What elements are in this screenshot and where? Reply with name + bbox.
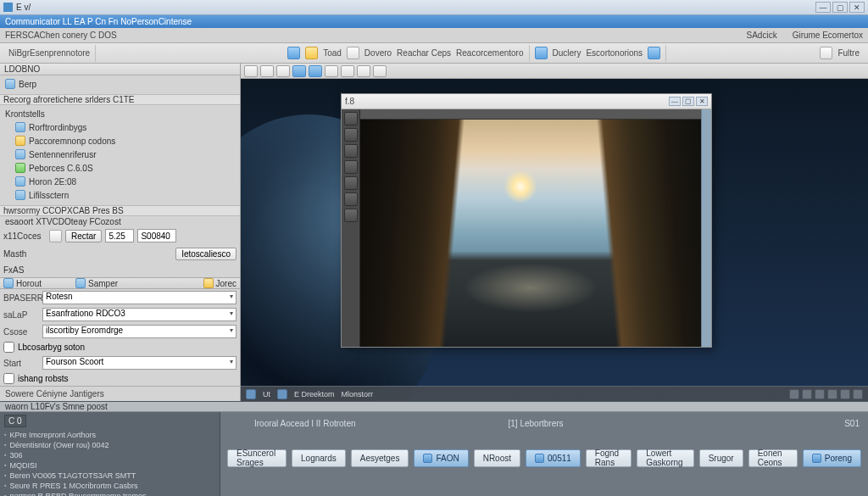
footer-tab[interactable]: ESuncerol Srages bbox=[227, 449, 287, 467]
toolbar-display-icon[interactable] bbox=[535, 47, 548, 59]
menubar: FERSCAChen conery C DOS SAdcick Girume E… bbox=[0, 28, 868, 43]
footer-tab[interactable]: Poreng bbox=[803, 449, 861, 467]
toolbar-folder-icon[interactable] bbox=[305, 47, 318, 59]
menu-item-1[interactable]: FERSCAChen conery C DOS bbox=[5, 31, 117, 40]
sidebar-tree-item[interactable]: Horon 2E:08 bbox=[29, 177, 76, 187]
rectar-value-input[interactable] bbox=[105, 229, 134, 242]
sidebar-group-research[interactable]: Recorg afroretichene srlders C1TE bbox=[0, 94, 240, 105]
sandris-select[interactable]: Esanfrationo RDCO3 bbox=[42, 308, 236, 321]
sobtid-input[interactable] bbox=[137, 229, 176, 242]
child-close-button[interactable]: ✕ bbox=[696, 97, 708, 106]
menu-item-2[interactable]: SAdcick bbox=[747, 31, 777, 40]
window-minimize-button[interactable]: — bbox=[815, 2, 831, 13]
image-viewer-titlebar[interactable]: f.8 — ▢ ✕ bbox=[342, 94, 711, 109]
left-sidebar: LDOBNO Berp Recorg afroretichene srlders… bbox=[0, 64, 241, 401]
sidebar-tree-item[interactable]: Rorftrordinbygs bbox=[29, 123, 86, 132]
cv-undo-icon[interactable] bbox=[292, 65, 306, 77]
footer-tab[interactable]: Fognd Rans bbox=[586, 449, 632, 467]
output-line: normen R.RSBD Reucermmome trames bbox=[4, 491, 215, 496]
toolbar-btn-dudery[interactable]: Duclery bbox=[553, 48, 581, 58]
info-text-c: S01 bbox=[844, 419, 860, 428]
cv-zoom-icon[interactable] bbox=[373, 65, 387, 77]
tray-icon[interactable] bbox=[802, 389, 812, 399]
child-maximize-button[interactable]: ▢ bbox=[682, 97, 694, 106]
cv-save-icon[interactable] bbox=[276, 65, 290, 77]
tray-icon[interactable] bbox=[840, 389, 850, 399]
footer-tab[interactable]: Aesyetges bbox=[351, 449, 409, 467]
status-layer-icon[interactable] bbox=[277, 389, 287, 399]
sidebar-footer-caption: Sowere Céniyne Jantigers bbox=[0, 386, 240, 401]
sidebar-tree-item[interactable]: Sentennenriferusr bbox=[29, 150, 97, 159]
che-checkbox[interactable] bbox=[3, 373, 14, 384]
tool-move-icon[interactable] bbox=[344, 112, 358, 125]
panel-tab-jorec[interactable]: Jorec bbox=[216, 279, 236, 288]
tray-icon[interactable] bbox=[827, 389, 837, 399]
tool-brush-icon[interactable] bbox=[344, 160, 358, 174]
toolbar-btn-dovero[interactable]: Dovero bbox=[364, 48, 392, 58]
tab-icon bbox=[812, 454, 821, 463]
sidebar-group-hwset[interactable]: hwrsormy CCOPXCAB Pres BS bbox=[0, 205, 240, 216]
sidebar-item-berp[interactable]: Berp bbox=[19, 80, 36, 89]
output-line: Beren VO005 T1AGTOTS3AR SMTT bbox=[4, 471, 215, 481]
footer-tab[interactable]: Lowert Gaskorng bbox=[637, 449, 693, 467]
rectar-button[interactable]: Rectar bbox=[65, 230, 102, 242]
footer-tab[interactable]: Srugor bbox=[699, 449, 743, 467]
grid-icon[interactable] bbox=[49, 230, 62, 242]
ilscor-select[interactable]: ilscortiby Eoromdrge bbox=[42, 325, 236, 338]
window-titlebar: E v/ — ▢ ✕ bbox=[0, 0, 868, 15]
sidebar-tree-item[interactable]: Lifilssctern bbox=[29, 191, 69, 200]
info-text-a: Irooral Aocead I II Rotroten bbox=[254, 419, 356, 428]
cv-open-icon[interactable] bbox=[260, 65, 274, 77]
footer-tab[interactable]: 00511 bbox=[526, 449, 581, 467]
toolbar-btn-reachar[interactable]: Reachar Ceps bbox=[397, 48, 451, 58]
sidebar-group-esaoot: esaoort XTVCDOteay FCozost bbox=[0, 216, 240, 226]
image-viewport[interactable] bbox=[360, 109, 701, 347]
sidebar-tree-item[interactable]: Peborces C.6.0S bbox=[29, 164, 93, 173]
tray-icon[interactable] bbox=[789, 389, 799, 399]
footer-tab-label: Poreng bbox=[825, 454, 852, 463]
panel-tab-samper[interactable]: Samper bbox=[88, 279, 118, 288]
image-viewer-window[interactable]: f.8 — ▢ ✕ bbox=[341, 93, 712, 348]
child-minimize-button[interactable]: — bbox=[669, 97, 681, 106]
toolbar-btn-reacorc[interactable]: Reacorcementoro bbox=[456, 48, 523, 58]
tool-crop-icon[interactable] bbox=[344, 144, 358, 158]
status-play-icon[interactable] bbox=[246, 389, 256, 399]
footer: waorn L10Fv's Smne poost C 0 KPre Imcrep… bbox=[0, 401, 868, 496]
photo-canvas bbox=[360, 120, 701, 347]
footer-tab[interactable]: Lognards bbox=[292, 449, 346, 467]
fourson-select[interactable]: Fourson Scoort bbox=[42, 356, 236, 370]
panel-tab-horout[interactable]: Horout bbox=[16, 279, 42, 288]
cv-copy-icon[interactable] bbox=[341, 65, 354, 77]
toolbar-generic-icon[interactable] bbox=[347, 47, 359, 59]
toolbar-btn-toad[interactable]: Toad bbox=[323, 48, 342, 58]
cv-paste-icon[interactable] bbox=[357, 65, 370, 77]
toolbar-tool-icon[interactable] bbox=[287, 47, 300, 59]
toolbar-btn-escortonos[interactable]: Escortonorions bbox=[586, 48, 643, 58]
sidebar-tree-item[interactable]: Paccoremnonp codons bbox=[29, 137, 115, 146]
cv-new-icon[interactable] bbox=[244, 65, 258, 77]
footer-tab[interactable]: FAON bbox=[414, 449, 468, 467]
ieto-button[interactable]: Ietoscaliesco bbox=[175, 248, 236, 260]
toolbar-monitor-icon[interactable] bbox=[648, 47, 660, 59]
tool-select-icon[interactable] bbox=[344, 128, 358, 142]
cv-cut-icon[interactable] bbox=[325, 65, 338, 77]
toolbar-btn-fultre[interactable]: Fultre bbox=[837, 48, 860, 58]
rotesn-select[interactable]: Rotesn bbox=[42, 291, 236, 304]
sidebar-header-1: LDOBNO bbox=[0, 64, 240, 75]
cv-redo-icon[interactable] bbox=[309, 65, 322, 77]
toolbar-page-icon[interactable] bbox=[820, 47, 832, 59]
tool-text-icon[interactable] bbox=[344, 192, 358, 206]
tool-eyedropper-icon[interactable] bbox=[344, 209, 358, 222]
footer-tab[interactable]: NRoost bbox=[474, 449, 520, 467]
window-maximize-button[interactable]: ▢ bbox=[832, 2, 848, 13]
tray-icon[interactable] bbox=[853, 389, 863, 399]
output-line: KPre Imcrepront Aorthors bbox=[4, 430, 215, 440]
tray-icon[interactable] bbox=[815, 389, 825, 399]
footer-tab[interactable]: Eonen Ceons bbox=[748, 449, 798, 467]
tecorc-checkbox[interactable] bbox=[3, 342, 14, 353]
node-icon bbox=[15, 176, 25, 187]
menu-item-3[interactable]: Girume Ecomertox bbox=[793, 31, 863, 40]
window-close-button[interactable]: ✕ bbox=[849, 2, 865, 13]
footer-tab-label: FAON bbox=[436, 454, 459, 463]
tool-eraser-icon[interactable] bbox=[344, 176, 358, 190]
